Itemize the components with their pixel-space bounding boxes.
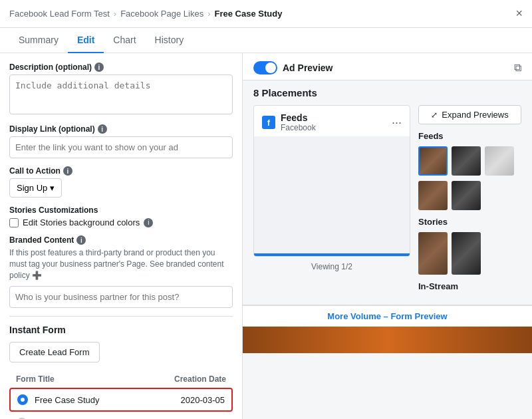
description-input[interactable] [9, 74, 233, 114]
right-panel: Ad Preview ⧉ 8 Placements f Feeds Facebo [243, 53, 532, 419]
stories-label: Stories Customizations [9, 206, 233, 215]
expand-previews-button[interactable]: ⤢ Expand Previews [418, 105, 521, 124]
ad-preview-header: Ad Preview ⧉ [243, 53, 532, 80]
branded-partner-input[interactable] [9, 286, 233, 308]
ad-preview-toggle[interactable] [253, 61, 277, 74]
preview-feed-label: Feeds Facebook [281, 112, 316, 132]
thumb-feed-3[interactable] [485, 146, 514, 176]
placements-count: 8 Placements [253, 87, 317, 98]
breadcrumb-item-1: Facebook Lead Form Test [9, 9, 110, 19]
description-label: Description (optional) i [9, 63, 233, 72]
preview-card-header: f Feeds Facebook ··· [254, 106, 410, 136]
description-field-group: Description (optional) i [9, 63, 233, 116]
stories-info-icon[interactable]: i [144, 218, 153, 227]
tab-history[interactable]: History [146, 28, 194, 53]
thumb-image [452, 181, 481, 210]
thumb-image [418, 232, 448, 275]
stories-checkbox-row: Edit Stories background colors i [9, 217, 233, 227]
preview-area: f Feeds Facebook ··· Viewing 1/2 [243, 105, 532, 305]
cta-value: Sign Up [17, 183, 47, 193]
thumb-image [485, 146, 514, 176]
expand-icon: ⤢ [431, 110, 438, 120]
breadcrumb: Facebook Lead Form Test › Facebook Page … [9, 9, 282, 19]
placements-header: 8 Placements [243, 80, 532, 105]
table-row[interactable]: Facebook Ads Case Study-c... 2017-12-11 [9, 412, 233, 419]
form-table-col-date: Creation Date [174, 374, 226, 384]
instant-form-title: Instant Form [9, 325, 233, 335]
display-link-input[interactable] [9, 136, 233, 158]
tab-edit[interactable]: Edit [68, 28, 104, 53]
thumb-image [420, 148, 446, 174]
preview-card: f Feeds Facebook ··· [253, 105, 410, 257]
branded-content-label: Branded Content i [9, 235, 233, 245]
breadcrumb-item-3: Free Case Study [215, 9, 283, 19]
more-volume-button[interactable]: More Volume – Form Preview [243, 305, 532, 327]
branded-content-text: If this post features a third-party bran… [9, 247, 233, 281]
thumb-image [418, 181, 448, 210]
branded-info-icon[interactable]: i [76, 235, 86, 245]
preview-blue-bar [254, 253, 410, 256]
modal-header: Facebook Lead Form Test › Facebook Page … [0, 0, 532, 28]
feed-sub: Facebook [281, 123, 316, 132]
thumb-feed-5[interactable] [452, 181, 481, 210]
tab-bar: Summary Edit Chart History [0, 28, 532, 53]
form-table: Form Title Creation Date Free Case Study… [9, 370, 233, 419]
thumb-image [452, 146, 481, 176]
thumb-feed-4[interactable] [418, 181, 448, 210]
stories-checkbox[interactable] [9, 218, 19, 227]
cta-label: Call to Action i [9, 166, 233, 176]
preview-image-area [254, 136, 410, 256]
bottom-preview-image [243, 327, 532, 353]
display-link-field-group: Display Link (optional) i [9, 124, 233, 158]
preview-more-icon[interactable]: ··· [392, 116, 402, 130]
radio-button[interactable] [17, 394, 28, 405]
display-link-info-icon[interactable]: i [98, 124, 107, 134]
chevron-down-icon: ▾ [50, 183, 55, 193]
branded-content-link[interactable]: ➕ [32, 271, 42, 280]
stories-thumbnails [418, 232, 521, 275]
thumb-image [452, 232, 481, 275]
form-table-col-name: Form Title [16, 374, 55, 384]
facebook-logo-icon: f [262, 116, 275, 129]
tab-chart[interactable]: Chart [104, 28, 145, 53]
divider [9, 316, 233, 317]
ad-preview-label: Ad Preview [283, 63, 332, 73]
branded-content-field-group: Branded Content i If this post features … [9, 235, 233, 308]
right-thumbnails: ⤢ Expand Previews Feeds [418, 105, 521, 297]
bottom-bar: More Volume – Form Preview [243, 305, 532, 353]
expand-previews-label: Expand Previews [442, 110, 508, 120]
description-info-icon[interactable]: i [94, 63, 104, 72]
form-date: 2020-03-05 [181, 395, 225, 405]
stories-field-group: Stories Customizations Edit Stories back… [9, 206, 233, 227]
cta-select: Sign Up ▾ [9, 178, 233, 198]
create-lead-form-button[interactable]: Create Lead Form [9, 342, 100, 362]
preview-viewing-label: Viewing 1/2 [253, 257, 410, 277]
tab-summary[interactable]: Summary [9, 28, 68, 53]
close-button[interactable]: × [515, 7, 523, 21]
thumb-story-2[interactable] [452, 232, 481, 275]
thumb-feed-1[interactable] [418, 146, 448, 176]
form-name: Free Case Study [35, 395, 181, 405]
ad-preview-toggle-row: Ad Preview [253, 61, 332, 74]
feeds-thumbnails [418, 146, 521, 210]
stories-section-label: Stories [418, 217, 521, 227]
thumb-story-1[interactable] [418, 232, 448, 275]
stories-checkbox-label: Edit Stories background colors [23, 217, 140, 227]
thumb-feed-2[interactable] [452, 146, 481, 176]
center-preview: f Feeds Facebook ··· Viewing 1/2 [253, 105, 410, 297]
feeds-section-label: Feeds [418, 131, 521, 141]
external-link-icon[interactable]: ⧉ [514, 62, 521, 74]
instream-section-label: In-Stream [418, 281, 521, 291]
breadcrumb-item-2: Facebook Page Likes [120, 9, 203, 19]
breadcrumb-sep-2: › [207, 9, 210, 19]
cta-dropdown[interactable]: Sign Up ▾ [9, 178, 62, 198]
cta-info-icon[interactable]: i [63, 166, 72, 176]
left-panel: Description (optional) i Display Link (o… [0, 53, 243, 419]
form-table-header: Form Title Creation Date [9, 370, 233, 388]
feed-title: Feeds [281, 112, 316, 123]
table-row[interactable]: Free Case Study 2020-03-05 [9, 388, 233, 412]
cta-field-group: Call to Action i Sign Up ▾ [9, 166, 233, 198]
main-content: Description (optional) i Display Link (o… [0, 53, 532, 419]
breadcrumb-sep-1: › [114, 9, 116, 19]
display-link-label: Display Link (optional) i [9, 124, 233, 134]
